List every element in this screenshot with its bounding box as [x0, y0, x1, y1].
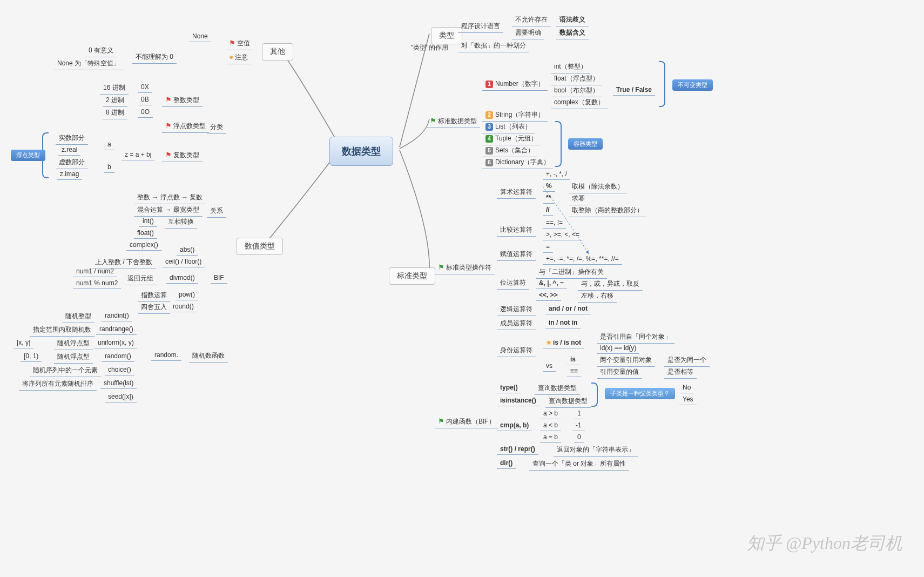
node-arith1[interactable]: +, -, *, / — [543, 169, 570, 180]
tag-subclass-q[interactable]: 子类是一种父类类型？ — [605, 388, 675, 399]
node-random-mod[interactable]: random. — [151, 350, 181, 361]
node-oct-l[interactable]: 8 进制 — [103, 107, 127, 119]
node-zimag[interactable]: z.imag — [57, 169, 82, 180]
node-bit[interactable]: 位运算符 — [497, 277, 529, 290]
node-no-ambig2[interactable]: 语法歧义 — [556, 14, 589, 26]
node-shuffle[interactable]: shuffle(lst) — [100, 378, 137, 389]
node-str-repr[interactable]: str() / repr() — [497, 444, 538, 455]
node-relation[interactable]: 关系 — [207, 205, 226, 218]
node-empty[interactable]: 空值 — [226, 38, 253, 50]
node-id-ref[interactable]: 是否引用自「同个对象」 — [597, 331, 675, 344]
node-bit2-l[interactable]: 左移，右移 — [578, 290, 617, 303]
node-eq-op[interactable]: == — [567, 366, 581, 377]
node-choice[interactable]: choice() — [105, 365, 134, 375]
node-uniform[interactable]: uniform(x, y) — [95, 338, 137, 348]
node-int-type[interactable]: 整数类型 — [162, 95, 203, 107]
node-int[interactable]: int（整型） — [551, 61, 590, 73]
node-bif[interactable]: BIF — [211, 273, 227, 284]
node-float-fn[interactable]: float() — [134, 228, 157, 239]
node-type-fn[interactable]: type() — [497, 383, 521, 393]
node-str-repr-l[interactable]: 返回对象的「字符串表示」 — [554, 444, 638, 457]
node-no-ambig[interactable]: 不允许存在 — [512, 14, 551, 26]
node-bit-note[interactable]: 与「二进制」操作有关 — [536, 266, 607, 279]
node-none-special[interactable]: None 为「特殊空值」 — [54, 58, 123, 70]
node-rel2[interactable]: 混合运算 → 最宽类型 — [134, 204, 203, 217]
node-altb-v[interactable]: -1 — [572, 420, 585, 431]
node-random-fn-r[interactable]: [0, 1) — [21, 351, 42, 362]
node-cmp2[interactable]: >, >=, <, <= — [543, 230, 583, 240]
node-agtb-v[interactable]: 1 — [574, 408, 584, 419]
node-type-l[interactable]: 查询数据类型 — [535, 383, 580, 395]
node-identity[interactable]: 身份运算符 — [497, 345, 536, 357]
node-zero-meaning[interactable]: 0 有意义 — [85, 45, 117, 57]
node-id-eq[interactable]: id(x) == id(y) — [597, 343, 639, 354]
node-randint-l[interactable]: 随机整型 — [62, 311, 95, 323]
node-number[interactable]: 1Number（数字） — [482, 78, 548, 91]
node-division[interactable]: 对「数据」的一种划分 — [458, 40, 529, 52]
node-isinstance-l[interactable]: 查询数据类型 — [545, 395, 591, 408]
node-arith[interactable]: 算术运算符 — [497, 186, 536, 199]
tag-container[interactable]: 容器类型 — [568, 138, 603, 150]
node-rel1[interactable]: 整数 → 浮点数 → 复数 — [134, 192, 206, 204]
node-need-clear[interactable]: 需要明确 — [512, 27, 544, 39]
node-cmp-fn[interactable]: cmp(a, b) — [497, 420, 532, 431]
node-complex-expr[interactable]: z = a + bj — [122, 150, 154, 160]
node-complex-fn[interactable]: complex() — [126, 240, 161, 251]
node-bit1[interactable]: &, |, ^, ~ — [536, 278, 567, 289]
tag-float-type[interactable]: 浮点类型 — [11, 150, 45, 161]
node-divmod-n2[interactable]: num1 % num2 — [73, 278, 121, 289]
node-aeqb[interactable]: a = b — [540, 432, 561, 443]
node-logic[interactable]: 逻辑运算符 — [497, 304, 536, 316]
node-isinstance[interactable]: isinstance() — [497, 395, 539, 406]
node-is-r[interactable]: 是否为同一个 — [664, 354, 710, 367]
node-real-part[interactable]: 实数部分 — [56, 132, 88, 145]
node-random-fn-grp[interactable]: 随机数函数 — [189, 350, 228, 363]
node-bin[interactable]: 0B — [138, 95, 152, 105]
node-dir[interactable]: dir() — [497, 458, 516, 469]
node-lang[interactable]: 程序设计语言 — [458, 21, 503, 33]
node-uniform-l[interactable]: 随机浮点型 — [54, 338, 93, 350]
node-choice-l[interactable]: 随机序列中的一个元素 — [30, 365, 101, 377]
node-is-op[interactable]: is — [567, 354, 579, 365]
node-arith4[interactable]: // — [543, 205, 553, 216]
node-bin-l[interactable]: 2 进制 — [103, 95, 127, 107]
node-agtb[interactable]: a > b — [540, 408, 561, 419]
node-string[interactable]: 2String（字符串） — [482, 109, 548, 122]
node-hex[interactable]: 0X — [138, 82, 152, 93]
node-zreal[interactable]: z.real — [58, 145, 80, 156]
node-yes[interactable]: Yes — [679, 394, 697, 405]
node-need-clear2[interactable]: 数据含义 — [556, 27, 589, 39]
node-arith4-l[interactable]: 取整除（商的整数部分） — [569, 205, 646, 217]
node-arith2[interactable]: % — [543, 181, 555, 192]
node-random-fn[interactable]: random() — [102, 351, 134, 362]
node-abs[interactable]: abs() — [177, 245, 198, 256]
node-attention[interactable]: 注意 — [226, 51, 251, 64]
node-int-fn[interactable]: int() — [139, 216, 157, 227]
node-bit2[interactable]: <<, >> — [536, 290, 561, 301]
node-no[interactable]: No — [679, 383, 694, 393]
node-dir-l[interactable]: 查询一个「类 or 对象」所有属性 — [529, 458, 629, 471]
node-eq-l[interactable]: 引用变量的值 — [597, 366, 642, 379]
node-type-role[interactable]: "类型"的作用 — [408, 42, 451, 54]
node-round-l[interactable]: 四舍五入 — [138, 301, 170, 314]
node-bit1-l[interactable]: 与，或，异或，取反 — [578, 278, 643, 291]
node-a[interactable]: a — [104, 139, 114, 150]
node-ops[interactable]: 标准类型操作符 — [435, 262, 495, 274]
node-divmod-l[interactable]: 返回元组 — [124, 273, 157, 285]
node-aeqb-v[interactable]: 0 — [574, 432, 584, 443]
node-convert[interactable]: 互相转换 — [165, 216, 197, 229]
tag-immutable[interactable]: 不可变类型 — [672, 79, 713, 91]
node-complex-type[interactable]: 复数类型 — [162, 150, 203, 162]
node-none[interactable]: None — [189, 31, 211, 42]
node-oct[interactable]: 0O — [138, 107, 153, 118]
node-float-type[interactable]: 浮点数类型 — [162, 120, 209, 133]
branch-std-data[interactable]: 标准数据类型 — [427, 116, 480, 128]
node-member1[interactable]: in / not in — [545, 318, 581, 328]
node-randint[interactable]: randint() — [102, 311, 132, 321]
node-altb[interactable]: a < b — [540, 420, 561, 431]
node-bool[interactable]: bool（布尔型） — [551, 85, 602, 97]
node-vs[interactable]: vs — [543, 361, 556, 372]
node-arith3[interactable]: ** — [543, 193, 554, 204]
node-assign2[interactable]: +=, -=, *=, /=, %=, **=, //= — [543, 254, 622, 265]
node-list[interactable]: 3List（列表） — [482, 121, 535, 133]
